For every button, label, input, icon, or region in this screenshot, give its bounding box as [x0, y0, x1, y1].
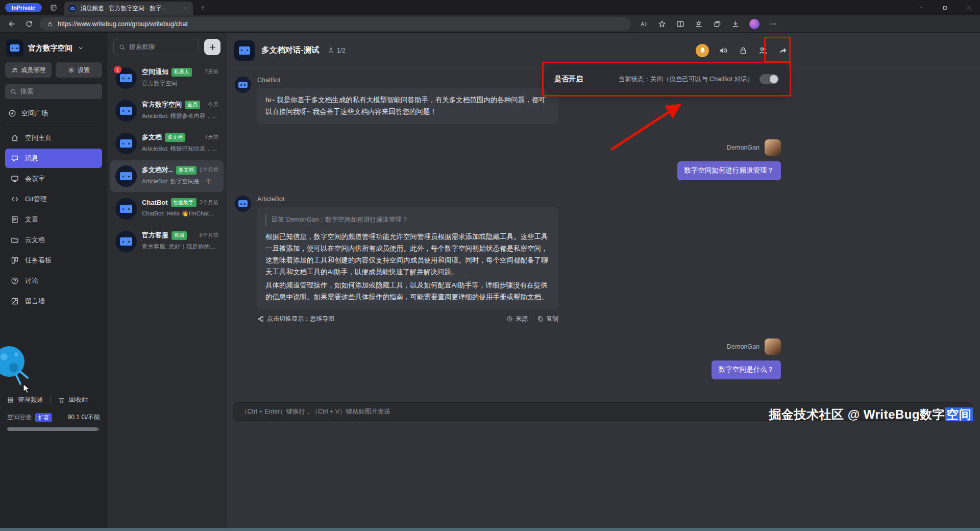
channel-item-chatbot[interactable]: ChatBot智能助手3个月前ChatBot: Hello 👋I'mChatGL…: [110, 193, 224, 225]
search-icon: [10, 88, 17, 95]
split-screen-button[interactable]: [673, 17, 688, 31]
browser-navbar: https://www.writebug.com/group/writebug/…: [0, 15, 980, 33]
git-icon: [11, 195, 19, 203]
svg-text:A: A: [641, 21, 645, 27]
chevron-down-icon: [77, 44, 84, 52]
reply-quote: 回复 DemonGan：数字空间如何进行频道管理？: [265, 213, 550, 226]
members-button[interactable]: [757, 45, 769, 56]
browser-tab[interactable]: 消息频道 - 官方数字空间 - 数字...: [64, 2, 193, 15]
add-channel-button[interactable]: [204, 39, 220, 55]
channel-badge: 智能助手: [171, 198, 197, 207]
settings-button[interactable]: 设置: [56, 62, 102, 78]
sidebar-item-home[interactable]: 空间主页: [5, 128, 102, 148]
inprivate-label: InPrivate: [12, 5, 35, 11]
gear-icon: [68, 67, 75, 74]
tab-close-icon[interactable]: [181, 5, 189, 13]
read-aloud-button[interactable]: A: [636, 17, 651, 31]
copy-button[interactable]: 复制: [537, 315, 558, 323]
channel-avatar: [115, 231, 137, 252]
minimize-button[interactable]: [910, 0, 933, 15]
notification-bell-button[interactable]: [696, 44, 709, 57]
lock-button[interactable]: [738, 45, 749, 56]
message-bubble: 数字空间是什么？: [712, 360, 781, 379]
expand-capacity-button[interactable]: 扩容: [35, 413, 52, 422]
address-bar[interactable]: https://www.writebug.com/group/writebug/…: [40, 17, 631, 31]
sidebar-item-message-wall[interactable]: 留言墙: [5, 292, 102, 311]
share-button[interactable]: [777, 45, 789, 56]
sidebar-item-meeting-room[interactable]: 会议室: [5, 169, 102, 188]
message-scroll-area[interactable]: ChatBothi~ 我是你基于多文档生成的私有大模型智能问答助手，有关多文档范…: [227, 68, 980, 395]
sidebar-item-messages[interactable]: 消息: [5, 149, 102, 168]
message-bubble: 回复 DemonGan：数字空间如何进行频道管理？根据已知信息，数字空间的频道管…: [257, 207, 558, 309]
download-button[interactable]: [728, 17, 743, 31]
favorites-bar-button[interactable]: [691, 17, 706, 31]
channel-search-input[interactable]: [129, 43, 193, 51]
favorite-star-button[interactable]: [654, 17, 670, 31]
toggle-mindmap-button[interactable]: 点击切换显示：思维导图: [257, 315, 334, 323]
user-avatar: [765, 339, 781, 355]
browser-titlebar: InPrivate 消息频道 - 官方数字空间 - 数字...: [0, 0, 980, 15]
sidebar-item-discussion[interactable]: 讨论: [5, 271, 102, 291]
sidebar-item-git[interactable]: Git管理: [5, 189, 102, 209]
grid-icon: [7, 397, 14, 403]
channel-item-official-space[interactable]: 官方数字空间全员今天ArticleBot: 根据参考内容，数...: [110, 95, 224, 127]
sidebar-item-label: 空间主页: [25, 133, 52, 142]
channel-info: 官方数字空间全员今天ArticleBot: 根据参考内容，数...: [142, 100, 218, 120]
sidebar-item-articles[interactable]: 文章: [5, 210, 102, 229]
channel-item-space-notice[interactable]: 1空间通知机器人7天前官方数字空间: [110, 62, 224, 94]
member-count-value: 1/2: [337, 47, 346, 54]
workspaces-icon[interactable]: [47, 2, 60, 13]
channel-name: 多文档对...: [142, 165, 173, 175]
sidebar-search-input[interactable]: [20, 88, 97, 95]
sidebar-item-plaza[interactable]: 空间广场: [0, 104, 107, 123]
discuss-icon: [11, 277, 19, 285]
new-tab-button[interactable]: [196, 1, 209, 14]
close-button[interactable]: [957, 0, 980, 15]
source-button[interactable]: 来源: [506, 315, 528, 323]
chat-header-actions: [696, 44, 789, 57]
recycle-bin-button[interactable]: 回收站: [69, 396, 88, 404]
chat-message: DemonGan数字空间如何进行频道管理？: [235, 139, 791, 180]
channel-info: 空间通知机器人7天前官方数字空间: [142, 67, 218, 87]
channel-name: 多文档: [142, 133, 162, 142]
mouse-cursor: [22, 384, 31, 394]
bot-avatar: [235, 395, 251, 395]
channel-search[interactable]: [113, 39, 199, 55]
browser-actions: A: [636, 17, 781, 31]
refresh-button[interactable]: [22, 17, 36, 31]
inprivate-badge: InPrivate: [5, 3, 42, 12]
maximize-button[interactable]: [933, 0, 957, 15]
sidebar-item-label: 消息: [25, 154, 38, 163]
collections-button[interactable]: [709, 17, 725, 31]
more-menu-button[interactable]: [766, 17, 781, 31]
chat-title: 多文档对话-测试: [261, 45, 320, 56]
channel-name: 官方数字空间: [142, 100, 182, 109]
tab-favicon-icon: [68, 5, 76, 12]
channel-item-multi-doc-chat[interactable]: 多文档对...多文档1个月前ArticleBot: 数字空间是一个专...: [110, 160, 224, 192]
channel-item-support[interactable]: 官方客服客服6个月前官方客服: 您好！我是你的专...: [110, 226, 224, 257]
message-bubble: hi~ 我是你基于多文档生成的私有大模型智能问答助手，有关多文档范围内的各种问题…: [257, 88, 558, 124]
speaker-button[interactable]: [718, 45, 729, 56]
manage-channel-button[interactable]: 管理频道: [18, 396, 43, 404]
back-button[interactable]: [5, 17, 18, 31]
permission-toggle[interactable]: [760, 74, 779, 84]
sidebar-item-label: 任务看板: [25, 256, 52, 265]
home-icon: [11, 134, 19, 142]
chat-icon: [11, 154, 19, 162]
chat-header: 多文档对话-测试 1/2: [227, 33, 980, 68]
sidebar-item-task-board[interactable]: 任务看板: [5, 251, 102, 270]
space-header[interactable]: 官方数字空间: [0, 33, 107, 62]
member-management-button[interactable]: 成员管理: [5, 62, 52, 78]
profile-avatar[interactable]: [749, 19, 760, 29]
channel-time: 1个月前: [200, 166, 218, 174]
channel-item-multi-doc[interactable]: 多文档多文档7天前ArticleBot: 根据已知信息，数...: [110, 128, 224, 159]
channel-badge: 全员: [185, 101, 200, 109]
clock-icon: [506, 316, 513, 322]
channel-badge: 客服: [172, 231, 187, 240]
channel-time: 今天: [208, 101, 218, 108]
bottom-edge-strip: [0, 528, 980, 531]
sidebar-search[interactable]: [5, 84, 102, 99]
member-count[interactable]: 1/2: [328, 47, 346, 54]
unread-badge: 1: [114, 66, 121, 74]
sidebar-item-cloud-docs[interactable]: 云文档: [5, 230, 102, 250]
